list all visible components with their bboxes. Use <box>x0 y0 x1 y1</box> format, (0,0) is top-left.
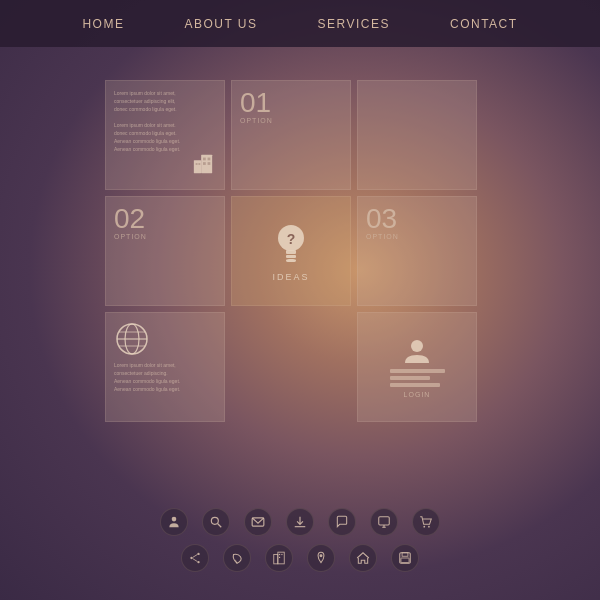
bottom-icons <box>0 508 600 572</box>
svg-point-39 <box>320 554 323 557</box>
svg-point-19 <box>172 517 177 522</box>
option3-number: 03 <box>366 205 468 233</box>
svg-rect-7 <box>198 163 200 165</box>
nav-contact[interactable]: CONTACT <box>450 17 518 31</box>
svg-rect-1 <box>201 155 212 173</box>
icon-building2[interactable] <box>265 544 293 572</box>
icon-search[interactable] <box>202 508 230 536</box>
svg-line-32 <box>193 559 198 562</box>
grid-cell-3 <box>357 80 477 190</box>
icon-upload[interactable] <box>370 508 398 536</box>
svg-point-26 <box>423 526 425 528</box>
svg-rect-4 <box>203 162 206 165</box>
svg-rect-34 <box>274 555 278 564</box>
bar-3 <box>390 383 440 387</box>
cell7-text: Lorem ipsum dolor sit amet, consectetuer… <box>114 361 180 393</box>
svg-rect-24 <box>379 517 390 525</box>
nav-services[interactable]: SERVICES <box>318 17 390 31</box>
svg-rect-41 <box>402 553 408 557</box>
globe-icon <box>114 321 150 357</box>
svg-point-18 <box>411 340 423 352</box>
svg-point-30 <box>197 561 199 563</box>
icon-row-1 <box>160 508 440 536</box>
svg-rect-35 <box>278 552 284 564</box>
building-icon <box>192 153 214 179</box>
svg-line-21 <box>218 524 222 528</box>
login-label: LOGIN <box>404 391 431 398</box>
grid-cell-6: 03 OPTION <box>357 196 477 306</box>
grid-cell-2: 01 OPTION <box>231 80 351 190</box>
icon-download[interactable] <box>286 508 314 536</box>
svg-rect-9 <box>286 250 296 254</box>
grid-cell-4: 02 OPTION <box>105 196 225 306</box>
navigation: HOME ABOUT US SERVICES CONTACT <box>0 0 600 47</box>
svg-rect-37 <box>281 554 282 555</box>
bar-1 <box>390 369 445 373</box>
background: HOME ABOUT US SERVICES CONTACT Lorem ips… <box>0 0 600 600</box>
svg-rect-5 <box>208 162 211 165</box>
option2-label: OPTION <box>114 233 216 240</box>
icon-row-2 <box>181 544 419 572</box>
grid-cell-7: Lorem ipsum dolor sit amet, consectetuer… <box>105 312 225 422</box>
icon-save[interactable] <box>391 544 419 572</box>
svg-rect-3 <box>208 158 211 161</box>
svg-point-20 <box>211 517 218 524</box>
svg-rect-10 <box>286 255 296 258</box>
svg-point-28 <box>197 553 199 555</box>
icon-share[interactable] <box>181 544 209 572</box>
svg-point-27 <box>428 526 430 528</box>
icon-pin[interactable] <box>307 544 335 572</box>
grid-cell-ideas: ? IDEAS <box>231 196 351 306</box>
ideas-label: IDEAS <box>272 272 309 282</box>
grid-cell-1: Lorem ipsum dolor sit amet, consectetuer… <box>105 80 225 190</box>
svg-rect-11 <box>286 259 296 262</box>
svg-rect-42 <box>401 558 409 563</box>
icon-home[interactable] <box>349 544 377 572</box>
svg-text:?: ? <box>287 231 296 247</box>
svg-point-29 <box>190 557 192 559</box>
nav-home[interactable]: HOME <box>82 17 124 31</box>
bar-2 <box>390 376 430 380</box>
grid-cell-9: LOGIN <box>357 312 477 422</box>
svg-rect-2 <box>203 158 206 161</box>
svg-rect-36 <box>279 554 280 555</box>
option1-number: 01 <box>240 89 342 117</box>
main-grid: Lorem ipsum dolor sit amet, consectetuer… <box>105 80 495 422</box>
icon-chat[interactable] <box>328 508 356 536</box>
nav-about[interactable]: ABOUT US <box>184 17 257 31</box>
option1-label: OPTION <box>240 117 342 124</box>
lightbulb-icon: ? <box>271 220 311 268</box>
option2-number: 02 <box>114 205 216 233</box>
cell1-text: Lorem ipsum dolor sit amet, consectetuer… <box>114 89 216 153</box>
grid-cell-8 <box>231 312 351 422</box>
svg-line-31 <box>193 555 198 558</box>
person-icon <box>403 337 431 365</box>
icon-mail[interactable] <box>244 508 272 536</box>
svg-rect-38 <box>279 557 280 558</box>
icon-leaf[interactable] <box>223 544 251 572</box>
option3-label: OPTION <box>366 233 468 240</box>
bar-chart <box>390 369 445 387</box>
svg-rect-6 <box>196 163 198 165</box>
icon-person[interactable] <box>160 508 188 536</box>
icon-cart[interactable] <box>412 508 440 536</box>
svg-rect-0 <box>194 160 201 173</box>
